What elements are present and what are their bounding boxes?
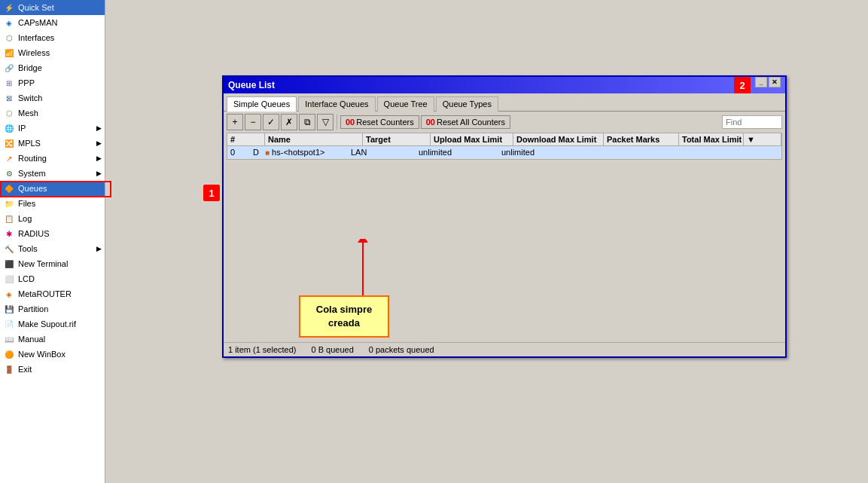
sidebar-label-lcd: LCD (18, 274, 35, 283)
sidebar-item-new-winbox[interactable]: 🟠 New WinBox (0, 347, 105, 362)
col-total: Total Max Limit (bi... (679, 133, 744, 145)
col-packets: Packet Marks (604, 133, 679, 145)
reset-zeros: 00 (346, 118, 355, 127)
cross-button[interactable]: ✗ (281, 114, 297, 130)
reset-all-counters-button[interactable]: 00 Reset All Counters (421, 115, 510, 129)
col-target: Target (363, 133, 431, 145)
copy-button[interactable]: ⧉ (299, 114, 315, 130)
sidebar-item-log[interactable]: 📋 Log (0, 211, 105, 226)
sidebar-item-bridge[interactable]: 🔗 Bridge (0, 60, 105, 75)
check-button[interactable]: ✓ (263, 114, 279, 130)
system-icon: ⚙ (3, 167, 15, 179)
capsman-icon: ◈ (3, 17, 15, 29)
status-items: 1 item (1 selected) (228, 345, 296, 354)
sidebar-item-routing[interactable]: ↗ Routing ▶ (0, 151, 105, 166)
col-num: # (227, 133, 265, 145)
log-icon: 📋 (3, 212, 15, 225)
status-bar: 1 item (1 selected) 0 B queued 0 packets… (224, 342, 785, 356)
tab-queue-tree[interactable]: Queue Tree (377, 96, 434, 112)
annotation-label-1: 1 (203, 185, 220, 201)
partition-icon: 💾 (3, 303, 15, 315)
sidebar-item-mesh[interactable]: ⬡ Mesh (0, 105, 105, 121)
sidebar-item-manual[interactable]: 📖 Manual (0, 332, 105, 347)
sidebar-label-routing: Routing (18, 154, 47, 163)
minimize-button[interactable]: _ (755, 77, 767, 87)
filter-button[interactable]: ▽ (317, 114, 333, 130)
table-header: # Name Target Upload Max Limit Download … (227, 133, 781, 146)
sidebar-label-bridge: Bridge (18, 63, 42, 72)
sidebar-item-queues[interactable]: 🔶 Queues (0, 181, 105, 196)
toolbar: + − ✓ ✗ ⧉ ▽ 00 Reset Counters 00 Reset A… (224, 112, 785, 133)
sidebar-item-tools[interactable]: 🔨 Tools ▶ (0, 241, 105, 256)
reset-all-counters-label: Reset All Counters (437, 118, 505, 127)
sidebar-item-mpls[interactable]: 🔀 MPLS ▶ (0, 136, 105, 151)
sidebar-item-capsman[interactable]: ◈ CAPsMAN (0, 15, 105, 30)
files-icon: 📁 (3, 197, 15, 209)
exit-icon: 🚪 (3, 363, 15, 375)
reset-counters-button[interactable]: 00 Reset Counters (340, 115, 419, 129)
table-row[interactable]: 0 D ■ hs-<hotspot1> LAN unlimited unlimi… (227, 146, 781, 159)
window-controls: 2 _ ✕ (734, 77, 781, 93)
tab-interface-queues[interactable]: Interface Queues (298, 96, 375, 112)
sidebar-item-ip[interactable]: 🌐 IP ▶ (0, 121, 105, 136)
ppp-icon: ⊞ (3, 77, 15, 89)
annotation-label-2: 2 (734, 77, 751, 93)
tools-icon: 🔨 (3, 243, 15, 255)
routing-icon: ↗ (3, 152, 15, 164)
close-button[interactable]: ✕ (769, 77, 781, 87)
tab-bar: Simple Queues Interface Queues Queue Tre… (224, 93, 785, 112)
mpls-arrow: ▶ (96, 139, 102, 147)
sidebar-label-new-terminal: New Terminal (18, 259, 68, 268)
tab-queue-types[interactable]: Queue Types (436, 96, 498, 112)
sidebar-item-partition[interactable]: 💾 Partition (0, 301, 105, 316)
remove-button[interactable]: − (245, 114, 261, 130)
sidebar-item-metarouter[interactable]: ◈ MetaROUTER (0, 286, 105, 301)
sidebar-item-wireless[interactable]: 📶 Wireless (0, 45, 105, 60)
sidebar-item-exit[interactable]: 🚪 Exit (0, 362, 105, 377)
radius-icon: ✱ (3, 228, 15, 240)
sidebar-item-switch[interactable]: ⊠ Switch (0, 90, 105, 105)
sidebar-item-new-terminal[interactable]: ⬛ New Terminal (0, 256, 105, 271)
sidebar-label-files: Files (18, 199, 35, 208)
sidebar-item-quick-set[interactable]: ⚡ Quick Set (0, 0, 105, 15)
lcd-icon: ⬜ (3, 273, 15, 285)
toolbar-separator (337, 115, 337, 130)
tab-simple-queues[interactable]: Simple Queues (227, 96, 297, 112)
ip-icon: 🌐 (3, 122, 15, 134)
sidebar-label-ppp: PPP (18, 78, 35, 87)
col-download: Download Max Limit (513, 133, 604, 145)
quick-set-icon: ⚡ (3, 2, 15, 14)
sidebar-item-lcd[interactable]: ⬜ LCD (0, 271, 105, 286)
reset-all-zeros: 00 (426, 118, 435, 127)
new-winbox-icon: 🟠 (3, 348, 15, 360)
routing-arrow: ▶ (96, 154, 102, 162)
status-bytes: 0 B queued (311, 345, 353, 354)
cell-flag: D (250, 146, 262, 158)
annotation-arrow-area (355, 239, 370, 301)
search-input[interactable] (722, 115, 782, 129)
wireless-icon: 📶 (3, 47, 15, 59)
sidebar-label-radius: RADIUS (18, 229, 50, 238)
annotation-tooltip: Cola simprecreada (299, 295, 389, 338)
sidebar-label-make-supout: Make Supout.rif (18, 319, 76, 329)
sidebar-item-files[interactable]: 📁 Files (0, 196, 105, 211)
add-button[interactable]: + (227, 114, 243, 130)
sidebar-label-manual: Manual (18, 335, 45, 344)
sidebar-item-make-supout[interactable]: 📄 Make Supout.rif (0, 316, 105, 332)
sidebar-label-capsman: CAPsMAN (18, 18, 58, 27)
ip-arrow: ▶ (96, 124, 102, 132)
queue-list-window: Queue List 2 _ ✕ Simple Queues Interface… (222, 75, 787, 358)
sidebar-item-ppp[interactable]: ⊞ PPP (0, 75, 105, 90)
sidebar-item-system[interactable]: ⚙ System ▶ (0, 166, 105, 181)
annotation-arrow-svg (355, 239, 370, 299)
bridge-icon: 🔗 (3, 62, 15, 74)
sidebar-label-system: System (18, 169, 46, 178)
system-arrow: ▶ (96, 170, 102, 177)
sidebar-item-radius[interactable]: ✱ RADIUS (0, 226, 105, 241)
cell-num: 0 (227, 146, 250, 158)
sidebar-item-interfaces[interactable]: ⬡ Interfaces (0, 30, 105, 45)
sidebar-label-quick-set: Quick Set (18, 3, 54, 12)
queues-icon: 🔶 (3, 182, 15, 194)
cell-name: ■ hs-<hotspot1> (262, 146, 348, 158)
make-supout-icon: 📄 (3, 318, 15, 330)
